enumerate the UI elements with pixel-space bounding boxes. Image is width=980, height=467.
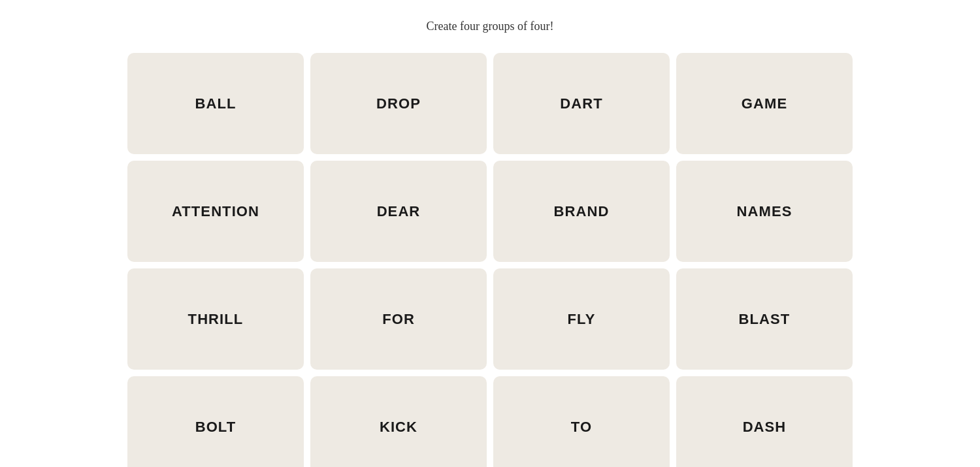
- tile-drop[interactable]: DROP: [310, 53, 487, 154]
- subtitle: Create four groups of four!: [427, 20, 554, 33]
- tile-ball[interactable]: BALL: [127, 53, 304, 154]
- tile-blast[interactable]: BLAST: [676, 268, 853, 370]
- tile-dash[interactable]: DASH: [676, 376, 853, 467]
- tile-game[interactable]: GAME: [676, 53, 853, 154]
- tile-label-blast: BLAST: [739, 311, 791, 328]
- tile-label-kick: KICK: [380, 419, 417, 436]
- tile-label-names: NAMES: [737, 203, 792, 220]
- tile-brand[interactable]: BRAND: [493, 161, 670, 262]
- tile-for[interactable]: FOR: [310, 268, 487, 370]
- tile-label-attention: ATTENTION: [172, 203, 259, 220]
- tile-label-brand: BRAND: [554, 203, 610, 220]
- tile-label-drop: DROP: [376, 95, 421, 112]
- tile-label-dart: DART: [560, 95, 603, 112]
- tile-label-dash: DASH: [743, 419, 787, 436]
- word-grid: BALLDROPDARTGAMEATTENTIONDEARBRANDNAMEST…: [127, 53, 853, 467]
- tile-dear[interactable]: DEAR: [310, 161, 487, 262]
- tile-label-bolt: BOLT: [195, 419, 237, 436]
- tile-label-dear: DEAR: [377, 203, 421, 220]
- tile-bolt[interactable]: BOLT: [127, 376, 304, 467]
- tile-label-game: GAME: [742, 95, 787, 112]
- tile-label-for: FOR: [382, 311, 415, 328]
- tile-label-to: TO: [571, 419, 592, 436]
- tile-kick[interactable]: KICK: [310, 376, 487, 467]
- tile-label-thrill: THRILL: [188, 311, 244, 328]
- tile-attention[interactable]: ATTENTION: [127, 161, 304, 262]
- tile-dart[interactable]: DART: [493, 53, 670, 154]
- tile-fly[interactable]: FLY: [493, 268, 670, 370]
- tile-to[interactable]: TO: [493, 376, 670, 467]
- tile-label-ball: BALL: [195, 95, 236, 112]
- tile-names[interactable]: NAMES: [676, 161, 853, 262]
- tile-thrill[interactable]: THRILL: [127, 268, 304, 370]
- tile-label-fly: FLY: [568, 311, 596, 328]
